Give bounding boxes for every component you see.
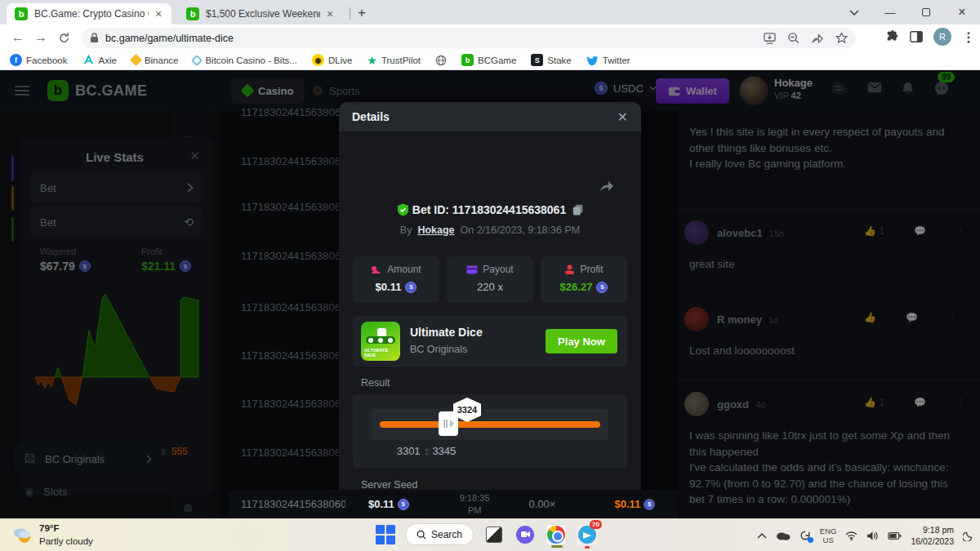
taskbar-clock[interactable]: 9:18 pm16/02/2023 [911, 524, 954, 547]
modal-header: Details ✕ [339, 102, 641, 131]
taskbar-app-photos[interactable] [483, 524, 505, 545]
url-text: bc.game/game/ultimate-dice [105, 33, 752, 44]
profit-icon [564, 264, 575, 274]
address-bar[interactable]: bc.game/game/ultimate-dice [82, 28, 856, 48]
result-range: 3301 ↥ 3345 [353, 445, 500, 457]
game-card: ULTIMATE DICE Ultimate Dice BC Originals… [353, 316, 627, 367]
twitter-icon [586, 55, 599, 65]
bookmarks-bar: fFacebook Axie Binance Bitcoin Casino - … [0, 51, 980, 70]
bet-datetime: 2/16/2023, 9:18:36 PM [477, 224, 580, 236]
ultimate-dice-tile[interactable]: ULTIMATE DICE [361, 322, 400, 361]
sync-icon[interactable] [800, 530, 811, 541]
side-panel-icon[interactable] [910, 30, 923, 43]
stat-card-profit: Profit $26.27$ [541, 256, 627, 303]
slider-track [380, 421, 600, 428]
maximize-button[interactable] [908, 0, 944, 24]
windows-taskbar: 79°FPartly cloudy Search 70 E [0, 518, 980, 551]
bookmark-star-icon[interactable] [835, 32, 848, 44]
bookmark-axie[interactable]: Axie [82, 54, 117, 66]
back-icon[interactable]: ← [7, 30, 29, 45]
bet-id-text: 117183024415638060 [241, 498, 345, 510]
more-menu-icon[interactable]: ⋮ [962, 29, 975, 45]
chrome-icon [547, 526, 565, 544]
dlive-icon: ◉ [312, 54, 324, 66]
reload-icon[interactable] [52, 32, 75, 44]
close-button[interactable]: × [944, 0, 980, 24]
range-high: 3345 [432, 445, 456, 457]
modal-title: Details [352, 110, 390, 123]
profile-avatar[interactable]: R [933, 28, 951, 46]
forward-icon[interactable]: → [29, 30, 52, 45]
bcgame-icon: b [461, 54, 474, 66]
tab-title: BC.Game: Crypto Casino Games & [34, 8, 149, 20]
payout-icon [466, 265, 478, 274]
result-panel: 3324 3301 ↥ 3345 [353, 394, 627, 468]
share-icon[interactable] [811, 33, 824, 44]
bet-id-row: Bet ID: 117183024415638061 [339, 203, 641, 216]
taskbar-weather[interactable]: 79°FPartly cloudy [11, 522, 93, 548]
onedrive-icon[interactable] [776, 531, 791, 540]
focus-moon-icon[interactable] [963, 531, 973, 541]
language-indicator[interactable]: ENGUS [820, 527, 837, 545]
bookmark-globe[interactable] [435, 55, 447, 66]
bookmark-facebook[interactable]: fFacebook [10, 54, 68, 66]
range-low: 3301 [397, 445, 421, 457]
copy-icon[interactable] [572, 204, 583, 216]
install-app-icon[interactable] [764, 33, 776, 44]
share-bet-icon[interactable] [599, 179, 615, 192]
telegram-unread-badge: 70 [590, 520, 602, 529]
bcgame-favicon: b [186, 7, 199, 20]
bet-user-link[interactable]: Hokage [417, 224, 454, 236]
taskbar-app-chrome[interactable] [546, 524, 567, 545]
bookmark-twitter[interactable]: Twitter [586, 55, 630, 65]
tab-separator [350, 7, 350, 20]
modal-close-icon[interactable]: ✕ [617, 109, 628, 125]
bookmark-bcgame[interactable]: bBCGame [461, 54, 516, 66]
axie-icon [82, 54, 95, 66]
bookmark-stake[interactable]: SStake [531, 54, 571, 66]
zoom-out-icon[interactable] [787, 32, 800, 44]
tab-bcgame[interactable]: b BC.Game: Crypto Casino Games & × [7, 3, 172, 24]
browser-tab-strip: b BC.Game: Crypto Casino Games & × b $1,… [0, 0, 980, 24]
tab-close-icon[interactable]: × [327, 7, 333, 20]
bookmark-trustpilot[interactable]: ★TrustPilot [367, 54, 421, 67]
bet-details-modal: Details ✕ Bet ID: 117183024415638061 By … [339, 102, 641, 518]
weather-icon [11, 526, 33, 545]
bet-multiplier: 0.00× [529, 498, 556, 510]
play-now-button[interactable]: Play Now [546, 329, 617, 353]
taskbar-app-meet[interactable] [514, 524, 536, 545]
wifi-icon[interactable] [845, 531, 858, 540]
tab-search-chevron-icon[interactable] [836, 0, 872, 24]
taskbar-search[interactable]: Search [405, 523, 474, 545]
tray-expand-chevron-icon[interactable] [757, 532, 767, 539]
coin-icon: $ [398, 499, 409, 510]
verified-shield-icon [397, 203, 409, 216]
bookmark-bitcoin-casino[interactable]: Bitcoin Casino - Bits... [193, 56, 296, 65]
amount-icon [371, 265, 382, 274]
game-category: BC Originals [410, 344, 467, 355]
coin-icon: $ [596, 282, 608, 293]
browser-toolbar: ← → bc.game/game/ultimate-dice R ⋮ [0, 24, 980, 51]
bet-row-latest[interactable]: 117183024415638060 $0.11$ 9:18:35PM 0.00… [229, 490, 678, 518]
new-tab-button[interactable]: + [358, 5, 366, 21]
taskbar-app-telegram[interactable]: 70 [577, 524, 598, 545]
diamond-icon [191, 54, 203, 65]
battery-icon[interactable] [888, 531, 902, 540]
bcgame-favicon: b [15, 7, 28, 20]
result-label: Result [361, 377, 390, 389]
bookmark-binance[interactable]: Binance [131, 56, 179, 65]
start-button[interactable] [376, 525, 395, 544]
stat-card-amount: Amount $0.11$ [353, 256, 439, 303]
speaker-icon[interactable] [866, 531, 879, 541]
coin-icon: $ [405, 282, 416, 293]
facebook-icon: f [10, 54, 22, 66]
bookmark-dlive[interactable]: ◉DLive [312, 54, 352, 66]
server-seed-label: Server Seed [361, 479, 417, 491]
range-arrow-icon: ↥ [423, 447, 432, 456]
tab-close-icon[interactable]: × [155, 7, 162, 20]
minimize-button[interactable]: — [872, 0, 908, 24]
weather-condition: Partly cloudy [39, 536, 93, 546]
stat-card-payout: Payout 220 x [447, 256, 533, 303]
extensions-puzzle-icon[interactable] [886, 30, 899, 43]
tab-promo[interactable]: b $1,500 Exclusive Weekend Ultima × [178, 3, 346, 24]
